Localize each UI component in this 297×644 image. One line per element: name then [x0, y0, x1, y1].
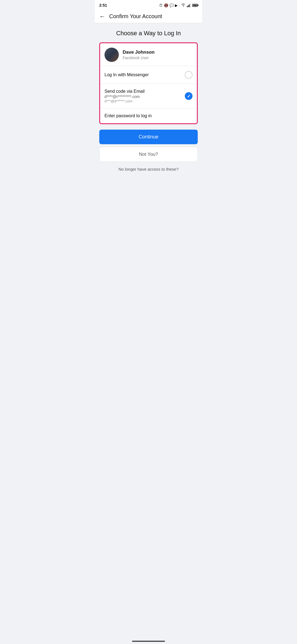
page-header: ← Confirm Your Account	[95, 10, 202, 23]
user-row: Dave Johnson Facebook User	[100, 43, 197, 66]
avatar-image	[105, 48, 119, 62]
svg-rect-3	[190, 4, 191, 7]
option-messenger[interactable]: Log In with Messenger	[100, 66, 197, 84]
page-title: Confirm Your Account	[109, 13, 162, 20]
missed-call-icon: 📵	[164, 3, 168, 7]
dot-indicator: •	[179, 4, 180, 7]
continue-button[interactable]: Continue	[99, 130, 198, 144]
choose-title: Choose a Way to Log In	[99, 30, 198, 37]
no-access-link[interactable]: No longer have access to these?	[99, 166, 198, 173]
signal-icon	[187, 3, 191, 7]
user-info: Dave Johnson Facebook User	[123, 50, 155, 60]
login-options-card: Dave Johnson Facebook User Log In with M…	[99, 42, 198, 124]
svg-rect-1	[188, 5, 189, 7]
not-you-button[interactable]: Not You?	[99, 147, 198, 162]
radio-messenger[interactable]	[185, 71, 193, 79]
avatar	[105, 48, 119, 62]
status-bar: 2:51 🗒 📵 💬 ▶ •	[95, 0, 202, 10]
radio-email[interactable]	[185, 92, 193, 100]
user-name: Dave Johnson	[123, 50, 155, 55]
battery-icon	[192, 4, 198, 7]
back-button[interactable]: ←	[99, 13, 105, 20]
option-messenger-label: Log In with Messenger	[105, 72, 149, 77]
user-type: Facebook User	[123, 56, 155, 60]
svg-rect-2	[189, 4, 190, 7]
option-email[interactable]: Send code via Email d****@r*********.com…	[100, 84, 197, 108]
status-time: 2:51	[99, 3, 107, 7]
wifi-icon	[181, 3, 186, 7]
youtube-icon: ▶	[175, 3, 178, 7]
svg-rect-0	[187, 6, 188, 7]
notification-icon: 🗒	[159, 3, 163, 7]
status-icons: 🗒 📵 💬 ▶ •	[159, 3, 198, 7]
option-password[interactable]: Enter password to log in	[100, 108, 197, 123]
option-email-content: Send code via Email d****@r*********.com…	[105, 89, 145, 103]
main-content: Choose a Way to Log In Dave Johnson Face…	[95, 23, 202, 178]
whatsapp-icon: 💬	[169, 3, 174, 7]
